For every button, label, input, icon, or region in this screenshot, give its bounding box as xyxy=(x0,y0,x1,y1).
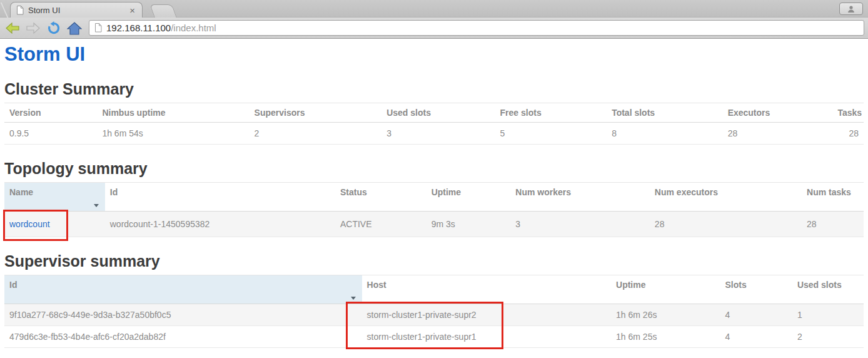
url-host: 192.168.11.100 xyxy=(106,23,171,33)
forward-icon xyxy=(26,22,41,34)
home-button[interactable] xyxy=(66,21,83,36)
back-icon xyxy=(5,22,20,34)
column-header-used-slots[interactable]: Used slots xyxy=(381,103,495,123)
column-header-host[interactable]: Host xyxy=(362,275,611,304)
column-header-num-workers[interactable]: Num workers xyxy=(510,183,650,212)
cell-supervisors: 2 xyxy=(250,123,382,145)
column-header-status[interactable]: Status xyxy=(335,183,426,212)
cell-tasks: 28 xyxy=(832,123,864,145)
topology-link-wordcount[interactable]: wordcount xyxy=(9,219,50,229)
profile-button[interactable] xyxy=(839,3,863,15)
topology-summary-table: Name Id Status Uptime Num workers Num ex… xyxy=(4,182,864,237)
topology-summary-heading: Topology summary xyxy=(4,160,864,177)
cell-supervisor-slots: 4 xyxy=(720,326,792,348)
cell-supervisor-uptime: 1h 6m 26s xyxy=(611,304,720,326)
home-icon xyxy=(67,21,82,35)
column-header-uptime[interactable]: Uptime xyxy=(426,183,511,212)
url-text: 192.168.11.100/index.html xyxy=(106,23,216,34)
page-title[interactable]: Storm UI xyxy=(4,44,864,65)
tab-bar: Storm UI × xyxy=(0,0,868,18)
cluster-summary-heading: Cluster Summary xyxy=(4,80,864,98)
cell-supervisor-slots: 4 xyxy=(720,304,792,326)
column-header-tasks[interactable]: Tasks xyxy=(832,103,864,123)
close-icon[interactable]: × xyxy=(128,6,136,15)
cell-topology-uptime: 9m 3s xyxy=(426,212,511,237)
storm-ui-page: Storm UI Cluster Summary Version Nimbus … xyxy=(0,39,868,348)
column-header-version[interactable]: Version xyxy=(4,103,97,123)
new-tab-button[interactable] xyxy=(149,4,177,18)
topology-header-row: Name Id Status Uptime Num workers Num ex… xyxy=(4,183,864,212)
tab-title: Storm UI xyxy=(28,6,124,15)
browser-chrome: Storm UI × xyxy=(0,0,868,39)
browser-tab[interactable]: Storm UI × xyxy=(10,2,143,18)
cell-topology-name: wordcount xyxy=(4,212,105,237)
column-header-slots[interactable]: Slots xyxy=(720,275,792,304)
profile-icon xyxy=(847,5,855,13)
page-icon xyxy=(16,6,24,15)
column-header-used-slots[interactable]: Used slots xyxy=(792,275,864,304)
url-path: /index.html xyxy=(171,23,216,33)
cell-total-slots: 8 xyxy=(607,123,722,145)
column-header-supervisors[interactable]: Supervisors xyxy=(250,103,382,123)
cell-version: 0.9.5 xyxy=(4,123,97,145)
cell-supervisor-id: 9f10a277-68c9-449e-9d3a-b327a50bf0c5 xyxy=(4,304,362,326)
cell-topology-num-workers: 3 xyxy=(510,212,650,237)
cell-nimbus-uptime: 1h 6m 54s xyxy=(97,123,249,145)
url-bar[interactable]: 192.168.11.100/index.html xyxy=(89,20,864,36)
column-header-executors[interactable]: Executors xyxy=(723,103,833,123)
cell-free-slots: 5 xyxy=(495,123,607,145)
cell-supervisor-uptime: 1h 6m 25s xyxy=(611,326,720,348)
sort-desc-icon xyxy=(94,204,99,207)
cell-supervisor-id: 479d6c3e-fb53-4b4e-afc6-cf20a2dab82f xyxy=(4,326,362,348)
column-header-uptime[interactable]: Uptime xyxy=(611,275,720,304)
back-button[interactable] xyxy=(4,21,21,36)
column-header-id[interactable]: Id xyxy=(4,275,362,304)
column-header-name[interactable]: Name xyxy=(4,183,105,212)
column-header-total-slots[interactable]: Total slots xyxy=(607,103,722,123)
cell-topology-status: ACTIVE xyxy=(335,212,426,237)
cell-topology-num-executors: 28 xyxy=(650,212,802,237)
cell-supervisor-host: storm-cluster1-private-supr1 xyxy=(362,326,611,348)
column-header-free-slots[interactable]: Free slots xyxy=(495,103,607,123)
column-header-id[interactable]: Id xyxy=(105,183,335,212)
refresh-button[interactable] xyxy=(45,21,63,36)
supervisor-summary-heading: Supervisor summary xyxy=(4,252,864,270)
column-header-num-tasks[interactable]: Num tasks xyxy=(802,183,864,212)
cluster-header-row: Version Nimbus uptime Supervisors Used s… xyxy=(4,103,864,123)
cell-supervisor-host: storm-cluster1-private-supr2 xyxy=(362,304,611,326)
cell-executors: 28 xyxy=(723,123,833,145)
supervisor-header-row: Id Host Uptime Slots Used slots xyxy=(4,275,864,304)
supervisor-row-2: 479d6c3e-fb53-4b4e-afc6-cf20a2dab82f sto… xyxy=(4,326,864,348)
refresh-icon xyxy=(47,21,61,35)
page-icon xyxy=(94,23,102,33)
cell-topology-id: wordcount-1-1450595382 xyxy=(105,212,335,237)
cell-topology-num-tasks: 28 xyxy=(802,212,864,237)
topology-row-wordcount: wordcount wordcount-1-1450595382 ACTIVE … xyxy=(4,212,864,237)
cluster-data-row: 0.9.5 1h 6m 54s 2 3 5 8 28 28 xyxy=(4,123,864,145)
cell-supervisor-used-slots: 2 xyxy=(792,326,864,348)
forward-button[interactable] xyxy=(24,21,42,36)
column-header-nimbus-uptime[interactable]: Nimbus uptime xyxy=(97,103,249,123)
cell-supervisor-used-slots: 1 xyxy=(792,304,864,326)
browser-toolbar: 192.168.11.100/index.html xyxy=(0,18,868,39)
sort-desc-icon xyxy=(351,297,356,300)
supervisor-summary-table: Id Host Uptime Slots Used slots 9f10a277… xyxy=(4,275,864,348)
supervisor-row-1: 9f10a277-68c9-449e-9d3a-b327a50bf0c5 sto… xyxy=(4,304,864,326)
column-header-num-executors[interactable]: Num executors xyxy=(650,183,802,212)
cluster-summary-table: Version Nimbus uptime Supervisors Used s… xyxy=(4,103,864,145)
cell-used-slots: 3 xyxy=(381,123,495,145)
